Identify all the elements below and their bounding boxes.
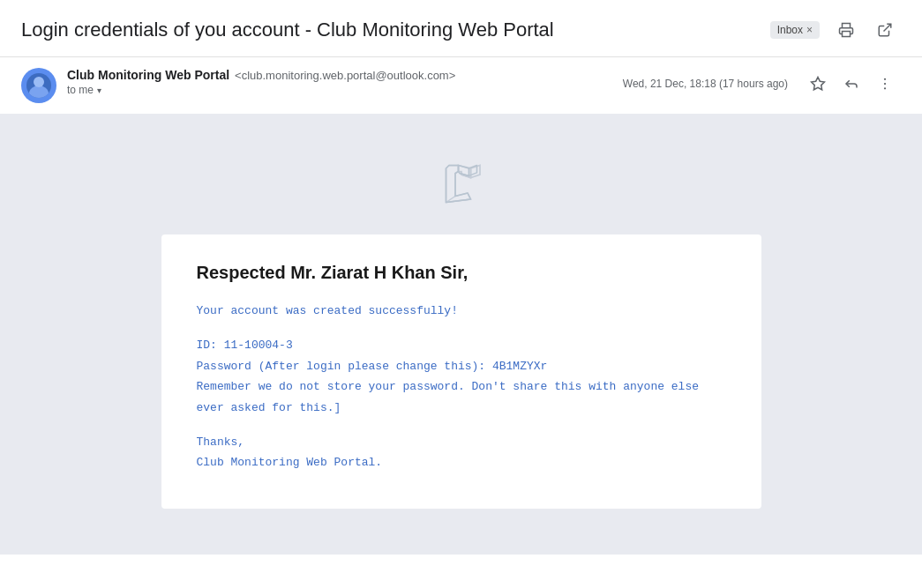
sender-info: Club Monitoring Web Portal <club.monitor… bbox=[67, 68, 612, 96]
email-header: Login credentials of you account - Club … bbox=[0, 0, 922, 57]
svg-point-4 bbox=[884, 83, 886, 85]
body-line-3: ID: 11-10004-3 bbox=[197, 335, 726, 355]
sender-email: <club.monitoring.web.portal@outlook.com> bbox=[235, 69, 455, 82]
chevron-down-icon: ▾ bbox=[97, 86, 101, 95]
to-me-label: to me bbox=[67, 84, 94, 96]
svg-marker-2 bbox=[812, 78, 825, 90]
email-body-text: Your account was created successfully! I… bbox=[197, 301, 726, 473]
email-subject: Login credentials of you account - Club … bbox=[21, 19, 753, 41]
sender-name: Club Monitoring Web Portal bbox=[67, 68, 229, 82]
to-me-row[interactable]: to me ▾ bbox=[67, 84, 612, 96]
inbox-badge[interactable]: Inbox × bbox=[770, 21, 820, 39]
inbox-close-icon[interactable]: × bbox=[806, 24, 813, 36]
email-card: Respected Mr. Ziarat H Khan Sir, Your ac… bbox=[161, 234, 761, 509]
spacer-1 bbox=[197, 321, 726, 335]
avatar-image bbox=[26, 73, 51, 98]
body-line-4: Password (After login please change this… bbox=[197, 356, 726, 376]
svg-line-1 bbox=[884, 24, 891, 31]
body-line-9: Club Monitoring Web Portal. bbox=[197, 452, 726, 473]
svg-point-5 bbox=[884, 87, 886, 89]
body-line-1: Your account was created successfully! bbox=[197, 301, 726, 321]
svg-rect-0 bbox=[843, 32, 851, 37]
sender-row: Club Monitoring Web Portal <club.monitor… bbox=[0, 57, 922, 114]
email-timestamp: Wed, 21 Dec, 18:18 (17 hours ago) bbox=[623, 78, 788, 90]
more-options-button[interactable] bbox=[869, 68, 901, 100]
print-button[interactable] bbox=[830, 14, 862, 46]
open-external-button[interactable] bbox=[869, 14, 901, 46]
email-actions bbox=[802, 68, 901, 100]
email-greeting: Respected Mr. Ziarat H Khan Sir, bbox=[197, 263, 726, 283]
svg-point-3 bbox=[884, 78, 886, 80]
header-icons bbox=[830, 14, 901, 46]
email-meta: Wed, 21 Dec, 18:18 (17 hours ago) bbox=[623, 68, 901, 100]
laravel-logo-area bbox=[53, 135, 869, 234]
avatar bbox=[21, 68, 56, 103]
body-line-6: ever asked for this.] bbox=[197, 398, 726, 418]
sender-name-row: Club Monitoring Web Portal <club.monitor… bbox=[67, 68, 612, 82]
reply-button[interactable] bbox=[836, 68, 867, 100]
body-line-5: Remember we do not store your password. … bbox=[197, 376, 726, 397]
body-line-8: Thanks, bbox=[197, 432, 726, 452]
inbox-label: Inbox bbox=[777, 24, 803, 36]
laravel-logo bbox=[431, 156, 492, 220]
email-body-wrapper: Respected Mr. Ziarat H Khan Sir, Your ac… bbox=[0, 114, 922, 555]
star-button[interactable] bbox=[802, 68, 834, 100]
spacer-2 bbox=[197, 418, 726, 432]
